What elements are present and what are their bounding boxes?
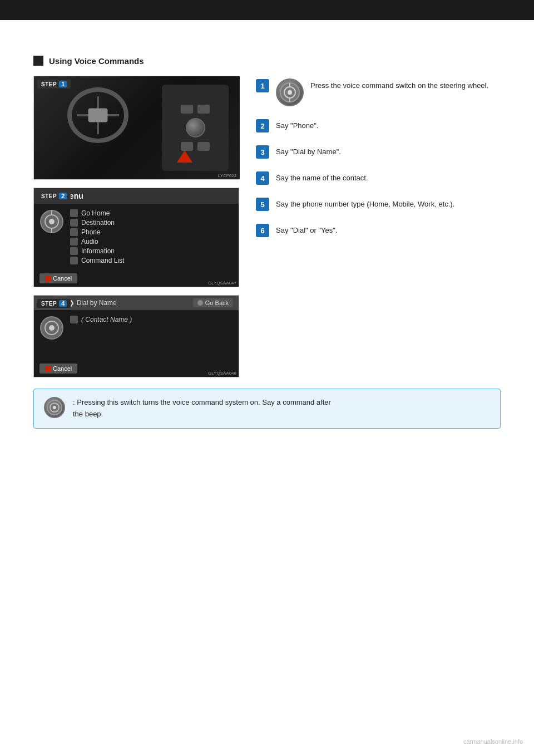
step1-panel: STEP 1	[33, 76, 239, 180]
step4-image-id: GLYQSAA048	[208, 371, 236, 376]
dashboard-inner	[34, 76, 240, 179]
voice-menu-items: Go Home Destination Phone	[70, 209, 233, 264]
step1-text: Press the voice command switch on the st…	[310, 78, 501, 91]
dp-item-icon	[70, 316, 78, 323]
voice-switch-icon	[279, 82, 300, 103]
dp-cancel-icon	[45, 366, 51, 371]
dial-body: ( Contact Name )	[34, 310, 239, 360]
vm-item-label-0: Go Home	[81, 209, 110, 217]
vm-cancel-button[interactable]: Cancel	[39, 273, 77, 283]
step1-badge-num: 1	[260, 82, 264, 90]
step2-badge: STEP 2	[37, 192, 71, 200]
sw-center	[88, 109, 108, 122]
top-bar	[0, 0, 534, 20]
step3-number-badge: 3	[256, 145, 269, 159]
main-layout: STEP 1	[33, 76, 501, 377]
dial-items: ( Contact Name )	[70, 316, 233, 355]
watermark: carmanualsonline.info	[463, 738, 523, 745]
step2-num: 2	[59, 193, 67, 199]
voice-icon-step2	[39, 209, 65, 234]
cp-btn-4	[197, 142, 210, 151]
cp-btn-2	[197, 105, 210, 114]
cp-row-2	[181, 142, 210, 151]
step5-row: 5 Say the phone number type (Home, Mobil…	[256, 197, 501, 211]
svg-point-10	[288, 90, 292, 95]
voice-menu-body: Go Home Destination Phone	[34, 204, 239, 270]
vm-item-icon-5	[70, 257, 78, 264]
dp-cancel-label: Cancel	[53, 365, 72, 372]
svg-point-15	[53, 406, 56, 409]
info-box: : Pressing this switch turns the voice c…	[33, 389, 501, 429]
cancel-icon	[45, 276, 51, 281]
vm-item-0: Go Home	[70, 209, 233, 217]
step4-number-badge: 4	[256, 171, 269, 185]
step4-row: 4 Say the name of the contact.	[256, 171, 501, 185]
go-back-button[interactable]: Go Back	[193, 298, 233, 307]
section-square-icon	[33, 56, 43, 66]
go-back-label: Go Back	[205, 300, 229, 306]
step2-label: STEP	[41, 193, 57, 199]
step2-row: 2 Say "Phone".	[256, 119, 501, 132]
vm-item-5: Command List	[70, 257, 233, 264]
vm-item-1: Destination	[70, 219, 233, 227]
step4-badge: STEP 4	[37, 299, 71, 308]
breadcrumb-dialbyname: Dial by Name	[77, 299, 117, 307]
mic-icon	[197, 300, 203, 306]
cp-row-1	[181, 105, 210, 114]
cp-btn-1	[181, 105, 193, 114]
step1-icon	[276, 78, 304, 106]
step2-badge-num: 2	[260, 122, 264, 130]
voice-icon-step4	[39, 316, 65, 341]
step2-number-badge: 2	[256, 119, 269, 132]
vm-item-2: Phone	[70, 228, 233, 236]
step4-label: STEP	[41, 301, 57, 307]
vm-item-3: Audio	[70, 238, 233, 246]
step6-number-badge: 6	[256, 224, 269, 237]
steering-wheel	[67, 87, 134, 149]
info-voice-icon	[46, 399, 63, 416]
section-title: Using Voice Commands	[49, 56, 144, 66]
vm-item-label-1: Destination	[81, 219, 115, 227]
cp-knob	[186, 118, 205, 138]
svg-point-7	[49, 325, 55, 331]
step3-badge-num: 3	[260, 148, 264, 156]
vm-item-icon-0	[70, 209, 78, 217]
step5-text: Say the phone number type (Home, Mobile,…	[276, 197, 501, 210]
step6-text: Say "Dial" or "Yes".	[276, 223, 501, 236]
section-header: Using Voice Commands	[33, 56, 501, 66]
dp-cancel-button[interactable]: Cancel	[39, 364, 77, 374]
vm-item-4: Information	[70, 247, 233, 255]
info-icon	[44, 397, 65, 418]
page-container: Using Voice Commands STEP 1	[0, 0, 534, 756]
step6-row: 6 Say "Dial" or "Yes".	[256, 223, 501, 237]
left-column: STEP 1	[33, 76, 239, 377]
vm-item-label-4: Information	[81, 247, 115, 255]
info-text-2: the beep.	[73, 410, 103, 418]
red-arrow-icon	[177, 150, 192, 163]
step1-row: 1 Press the voice command switch on the …	[256, 78, 501, 106]
vm-item-label-5: Command List	[81, 257, 124, 264]
step4-num: 4	[59, 300, 67, 307]
vm-item-icon-1	[70, 219, 78, 227]
step2-image-id: GLYQSAA047	[208, 281, 236, 286]
vm-item-icon-2	[70, 228, 78, 236]
step4-text: Say the name of the contact.	[276, 171, 501, 184]
step6-badge-num: 6	[260, 227, 264, 235]
vm-cancel-label: Cancel	[53, 275, 72, 282]
step4-panel: STEP 4 ❯ Phone ❯ Dial by Name Go Back	[33, 295, 239, 377]
right-column: 1 Press the voice command switch on the …	[256, 76, 501, 249]
step4-badge-num: 4	[260, 174, 264, 183]
dp-contact-item: ( Contact Name )	[70, 316, 233, 323]
step5-number-badge: 5	[256, 198, 269, 211]
vm-item-icon-4	[70, 247, 78, 255]
control-panel	[162, 85, 229, 171]
info-text-1: : Pressing this switch turns the voice c…	[73, 398, 331, 406]
svg-point-2	[49, 219, 55, 224]
step1-number-badge: 1	[256, 79, 269, 92]
step1-badge: STEP 1	[37, 80, 71, 89]
step1-label: STEP	[41, 81, 57, 87]
cp-btn-3	[181, 142, 193, 151]
step2-panel: STEP 2 Voice Menu	[33, 188, 239, 287]
vm-item-label-2: Phone	[81, 228, 101, 236]
step1-num: 1	[59, 81, 67, 87]
